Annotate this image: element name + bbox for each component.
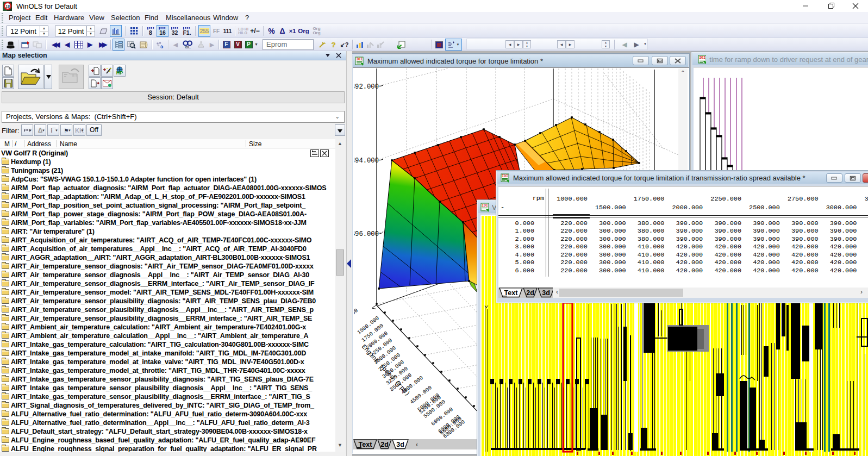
svg-text:00.000: 00.000: [354, 308, 359, 324]
svg-text:IOI: IOI: [482, 204, 488, 208]
svg-text:2d: 2d: [380, 441, 389, 448]
svg-text:‹: ‹: [416, 441, 418, 448]
svg-text:492.000: 492.000: [354, 83, 379, 91]
svg-text:Text: Text: [359, 441, 373, 448]
svg-text:2d: 2d: [526, 289, 534, 297]
svg-text:+: +: [323, 41, 326, 46]
svg-text:494.000: 494.000: [354, 157, 379, 165]
svg-text:3d: 3d: [396, 441, 404, 448]
svg-text:496.000: 496.000: [354, 230, 379, 238]
svg-text:IOI: IOI: [356, 58, 363, 61]
svg-text:18: 18: [5, 4, 10, 8]
svg-text:Text: Text: [504, 289, 519, 297]
svg-text:IOI: IOI: [699, 56, 705, 60]
svg-text:3d: 3d: [542, 289, 550, 297]
svg-text:HP: HP: [116, 70, 123, 76]
svg-text:IOI: IOI: [502, 174, 508, 178]
svg-text:IOI..: IOI..: [185, 46, 191, 49]
